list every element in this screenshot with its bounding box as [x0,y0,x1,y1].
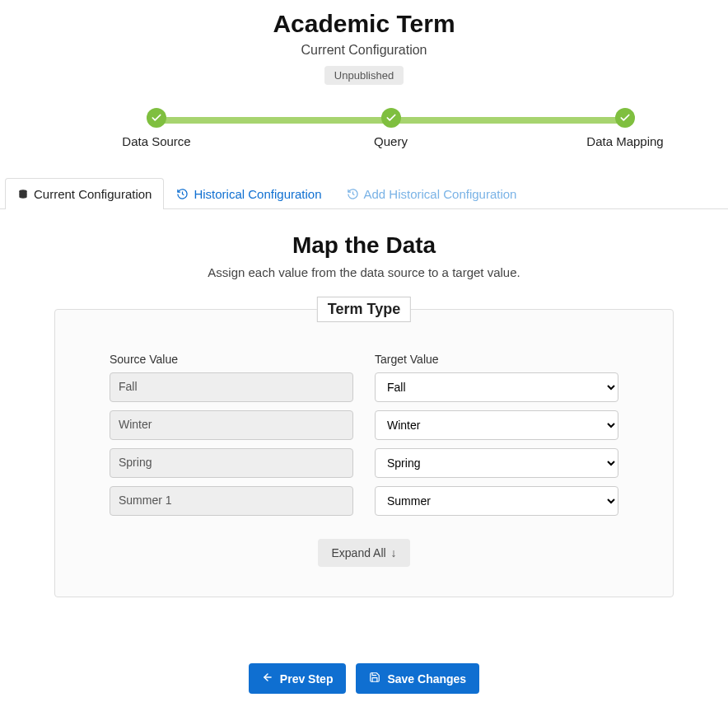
page-title: Academic Term [0,10,728,38]
page-subtitle: Current Configuration [0,43,728,58]
expand-all-button[interactable]: Expand All ↓ [318,539,409,567]
source-value-field: Summer 1 [110,486,353,516]
stepper-step-data-source[interactable]: Data Source [107,108,206,148]
target-value-select[interactable]: Fall [375,372,618,402]
tab-current-configuration[interactable]: Current Configuration [5,178,164,209]
target-column-header: Target Value [375,353,618,366]
page-header: Academic Term Current Configuration Unpu… [0,0,728,85]
prev-step-button[interactable]: Prev Step [249,663,347,694]
save-changes-label: Save Changes [387,672,466,686]
panel-legend: Term Type [317,297,411,322]
action-row: Prev Step Save Changes [0,663,728,694]
stepper-step-data-mapping[interactable]: Data Mapping [576,108,674,148]
source-column: Source Value Fall Winter Spring Summer 1 [110,353,353,524]
mapping-panel: Term Type Source Value Fall Winter Sprin… [54,309,674,597]
expand-all-label: Expand All [331,546,385,559]
history-icon [176,188,189,200]
stepper-label: Data Mapping [576,134,674,148]
tab-label: Add Historical Configuration [364,187,517,201]
source-value-field: Fall [110,372,353,402]
check-icon [147,108,166,128]
arrow-left-icon [262,672,273,686]
stepper-label: Query [342,134,441,148]
stepper-step-query[interactable]: Query [342,108,441,148]
arrow-down-icon: ↓ [391,546,397,559]
source-value-field: Spring [110,448,353,478]
section-description: Assign each value from the data source t… [0,265,728,279]
check-icon [615,108,635,128]
section-title: Map the Data [0,232,728,259]
save-icon [369,672,380,686]
prev-step-label: Prev Step [280,672,334,686]
stepper: Data Source Query Data Mapping [49,108,679,156]
target-value-select[interactable]: Winter [375,410,618,440]
target-value-select[interactable]: Summer [375,486,618,516]
target-column: Target Value Fall Winter Spring Summer [375,353,618,524]
tabs: Current Configuration Historical Configu… [0,177,728,209]
status-badge: Unpublished [324,66,404,85]
save-changes-button[interactable]: Save Changes [356,663,479,694]
history-icon [347,188,359,200]
database-icon [17,189,29,200]
tab-add-historical-configuration: Add Historical Configuration [334,178,530,209]
source-column-header: Source Value [110,353,353,366]
tab-label: Current Configuration [34,187,152,201]
check-icon [381,108,401,128]
stepper-label: Data Source [107,134,206,148]
tab-historical-configuration[interactable]: Historical Configuration [164,178,334,209]
section-header: Map the Data Assign each value from the … [0,232,728,279]
tab-label: Historical Configuration [194,187,321,201]
target-value-select[interactable]: Spring [375,448,618,478]
source-value-field: Winter [110,410,353,440]
